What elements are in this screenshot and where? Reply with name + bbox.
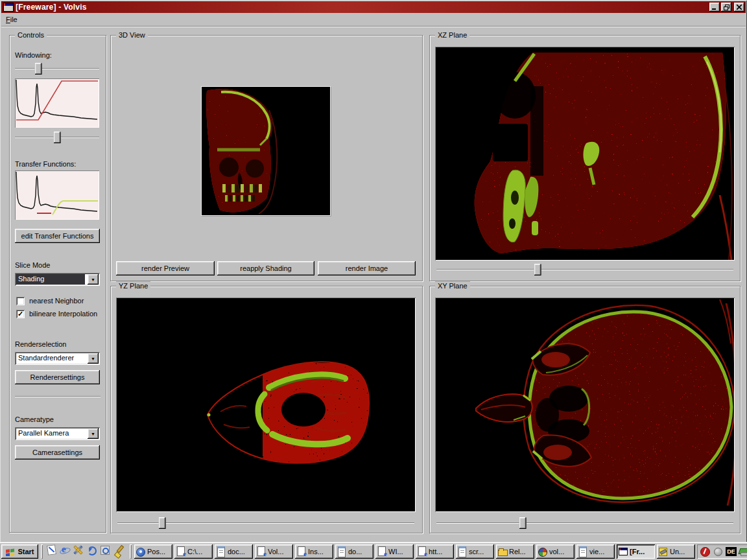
windows-flag-icon bbox=[5, 547, 16, 556]
taskbar-task[interactable]: scr... bbox=[456, 544, 494, 559]
taskbar-task-active[interactable]: [Fr... bbox=[617, 544, 655, 559]
taskbar-task[interactable]: Rel... bbox=[496, 544, 534, 559]
camerasettings-button[interactable]: Camerasettings bbox=[15, 445, 100, 460]
taskbar-task[interactable]: WI... bbox=[375, 544, 414, 559]
slider-thumb[interactable] bbox=[158, 517, 165, 529]
edit-transfer-functions-button[interactable]: edit Transfer Functions bbox=[15, 229, 100, 243]
windowing-histogram-plot bbox=[15, 78, 99, 128]
xz-plane-slider[interactable] bbox=[436, 264, 733, 275]
close-button[interactable] bbox=[734, 3, 744, 12]
separator bbox=[15, 396, 101, 397]
checkmark-glyph: ✓ bbox=[18, 310, 23, 318]
slice-mode-label: Slice Mode bbox=[15, 261, 50, 269]
notepad-icon bbox=[457, 546, 468, 557]
slider-thumb[interactable] bbox=[54, 132, 61, 143]
notepad-icon bbox=[216, 546, 226, 557]
taskbar-task[interactable]: Vol... bbox=[255, 544, 293, 559]
slider-thumb[interactable] bbox=[35, 63, 42, 75]
renderselection-label: Renderselection bbox=[15, 340, 67, 348]
restore-button[interactable] bbox=[721, 3, 731, 12]
notepad-icon bbox=[578, 546, 588, 557]
gray-device-tray-icon[interactable] bbox=[713, 546, 724, 557]
camera-combobox[interactable]: Parallel Kamera bbox=[15, 427, 100, 440]
minimize-button[interactable] bbox=[709, 3, 720, 12]
windowing-upper-slider[interactable] bbox=[15, 63, 99, 75]
ati-tray-icon[interactable] bbox=[700, 546, 711, 557]
taskbar-task[interactable]: Ins... bbox=[295, 544, 333, 559]
menu-file[interactable]: File bbox=[1, 14, 22, 25]
taskbar-task[interactable]: C:\... bbox=[174, 544, 213, 559]
slider-thumb[interactable] bbox=[519, 517, 526, 529]
slider-thumb[interactable] bbox=[534, 264, 541, 275]
chevron-down-icon[interactable] bbox=[88, 428, 99, 439]
chevron-down-icon[interactable] bbox=[88, 274, 99, 285]
minimize-icon bbox=[712, 5, 717, 10]
renderer-combobox[interactable]: Standardrenderer bbox=[15, 352, 100, 365]
messenger-icon bbox=[136, 546, 146, 557]
taskbar-task[interactable]: Un... bbox=[657, 544, 695, 559]
taskbar-task[interactable]: Pos... bbox=[134, 544, 172, 559]
slice-mode-combobox[interactable]: Shading bbox=[15, 273, 100, 286]
controls-group: Controls Windowing: Transfer Functions: bbox=[9, 35, 106, 533]
taskbar-task[interactable]: doc... bbox=[215, 544, 253, 559]
bilinear-interpolation-checkbox[interactable]: ✓ bbox=[16, 310, 25, 318]
menubar: File bbox=[1, 13, 746, 27]
chevron-down-icon[interactable] bbox=[88, 353, 99, 364]
nearest-neighbor-row: nearest Neighbor bbox=[16, 296, 84, 305]
yz-plane-slider[interactable] bbox=[117, 517, 414, 529]
windowing-lower-slider[interactable] bbox=[15, 132, 99, 143]
slider-track[interactable] bbox=[436, 522, 733, 524]
xy-plane-group-label: XY Plane bbox=[435, 281, 470, 290]
close-icon bbox=[737, 5, 742, 10]
show-desktop-icon[interactable] bbox=[45, 544, 59, 559]
slider-track[interactable] bbox=[436, 269, 733, 270]
reapply-shading-button[interactable]: reapply Shading bbox=[217, 261, 314, 275]
sync-icon[interactable] bbox=[86, 544, 100, 559]
app-icon bbox=[3, 3, 14, 12]
nearest-neighbor-label: nearest Neighbor bbox=[29, 297, 84, 305]
camera-value: Parallel Kamera bbox=[15, 427, 86, 440]
renderersettings-button[interactable]: Renderersettings bbox=[15, 370, 100, 384]
xy-slice-render bbox=[436, 298, 734, 511]
xz-plane-group-label: XZ Plane bbox=[435, 30, 469, 40]
bilinear-interpolation-label: bilineare Interpolation bbox=[29, 310, 97, 318]
slider-track[interactable] bbox=[15, 68, 99, 69]
colorball-icon bbox=[538, 546, 548, 557]
windowing-histogram bbox=[15, 78, 99, 128]
xy-plane-slider[interactable] bbox=[436, 517, 733, 529]
3d-preview-image bbox=[201, 86, 331, 216]
restore-icon bbox=[724, 5, 729, 10]
start-button[interactable]: Start bbox=[1, 544, 38, 559]
transfer-histogram-plot bbox=[15, 170, 99, 220]
notepad-icon bbox=[337, 546, 347, 557]
paintbrush-icon[interactable] bbox=[113, 544, 127, 559]
green-tray-icon[interactable] bbox=[739, 546, 747, 557]
starburst-icon[interactable] bbox=[73, 544, 86, 559]
render-image-button[interactable]: render Image bbox=[318, 261, 416, 275]
transfer-histogram bbox=[15, 170, 99, 220]
taskbar-grip[interactable] bbox=[41, 544, 43, 559]
ie-page-icon bbox=[417, 546, 427, 557]
keyboard-layout-indicator[interactable]: DE bbox=[726, 547, 737, 556]
internet-explorer-icon[interactable] bbox=[59, 544, 73, 559]
render-preview-button[interactable]: render Preview bbox=[116, 261, 215, 275]
taskbar-task[interactable]: do... bbox=[335, 544, 374, 559]
taskbar-task[interactable]: htt... bbox=[416, 544, 454, 559]
taskbar-grip[interactable] bbox=[130, 544, 132, 559]
window-icon bbox=[618, 546, 628, 557]
titlebar: [Freeware] - Volvis bbox=[1, 1, 746, 13]
3d-view-group: 3D View bbox=[110, 35, 423, 281]
bilinear-interpolation-row: ✓ bilineare Interpolation bbox=[16, 309, 97, 318]
yz-plane-group: YZ Plane bbox=[110, 286, 423, 533]
magnifier-icon[interactable] bbox=[100, 544, 113, 559]
3d-skull-render bbox=[202, 87, 330, 215]
cameratype-label: Cameratype bbox=[15, 415, 54, 423]
controls-group-label: Controls bbox=[15, 30, 47, 40]
yz-slice-render bbox=[117, 298, 415, 511]
system-tray: DE 13:54 bbox=[697, 544, 747, 559]
nearest-neighbor-checkbox[interactable] bbox=[16, 297, 25, 305]
xz-plane-group: XZ Plane bbox=[429, 35, 741, 281]
renderer-value: Standardrenderer bbox=[15, 352, 86, 365]
taskbar-task[interactable]: vol... bbox=[536, 544, 575, 559]
taskbar-task[interactable]: vie... bbox=[576, 544, 615, 559]
